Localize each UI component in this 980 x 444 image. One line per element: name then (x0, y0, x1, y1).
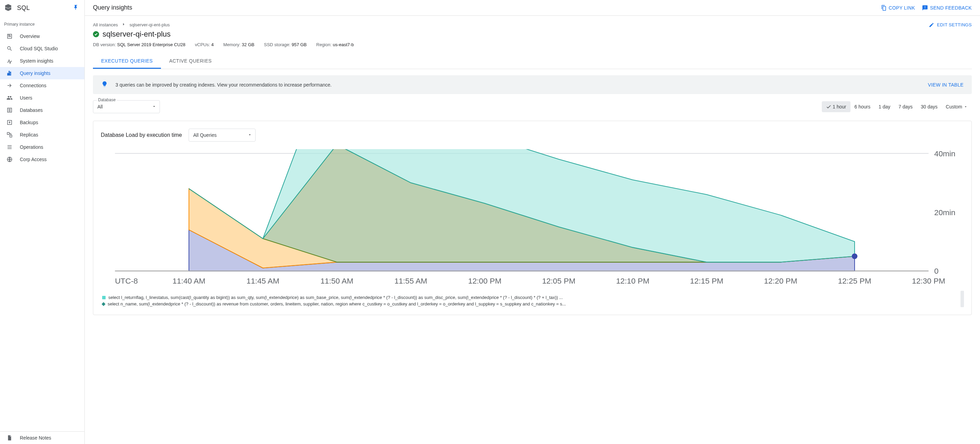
meta-label: SSD storage: (264, 42, 290, 47)
time-option-30-days[interactable]: 30 days (917, 101, 942, 112)
svg-rect-3 (10, 135, 12, 137)
legend-swatch-icon (102, 296, 106, 299)
database-select-value: All (97, 104, 103, 109)
tab-executed-queries[interactable]: EXECUTED QUERIES (93, 54, 161, 69)
sidebar-item-release-notes[interactable]: Release Notes (0, 432, 84, 444)
meta-label: Region: (317, 42, 332, 47)
tab-active-queries[interactable]: ACTIVE QUERIES (161, 54, 220, 69)
database-select[interactable]: Database All (93, 100, 160, 113)
document-icon (6, 434, 13, 441)
legend-scrollbar[interactable] (961, 291, 964, 307)
chart-svg: 020min40minUTC-811:40 AM11:45 AM11:50 AM… (101, 149, 964, 291)
svg-text:12:15 PM: 12:15 PM (690, 276, 723, 285)
sidebar-nav: OverviewCloud SQL StudioSystem insightsQ… (0, 30, 84, 431)
legend-item[interactable]: select l_returnflag, l_linestatus, sum(c… (101, 294, 957, 301)
sidebar-item-label: Corp Access (20, 157, 47, 162)
svg-text:12:05 PM: 12:05 PM (542, 276, 575, 285)
svg-text:0: 0 (934, 267, 939, 275)
time-option-label: 6 hours (854, 104, 871, 109)
meta-label: DB version: (93, 42, 116, 47)
sidebar-item-replicas[interactable]: Replicas (0, 129, 84, 141)
sidebar-item-label: Replicas (20, 132, 38, 137)
meta-label: vCPUs: (195, 42, 210, 47)
legend-label: select n_name, sum(l_extendedprice * (? … (108, 301, 957, 307)
sidebar-item-label: Databases (20, 107, 43, 113)
corp-icon (6, 156, 13, 163)
chevron-right-icon (121, 22, 126, 28)
topbar: Query insights COPY LINK SEND FEEDBACK (85, 0, 980, 16)
sidebar-item-label: Overview (20, 34, 40, 39)
legend-item[interactable]: select n_name, sum(l_extendedprice * (? … (101, 301, 957, 307)
sidebar-item-databases[interactable]: Databases (0, 104, 84, 116)
system-icon (6, 57, 13, 64)
time-option-label: Custom (946, 104, 962, 109)
time-option-6-hours[interactable]: 6 hours (851, 101, 875, 112)
meta-value: 32 GB (242, 42, 255, 47)
view-in-table-button[interactable]: VIEW IN TABLE (928, 82, 964, 88)
legend-wrap: select l_returnflag, l_linestatus, sum(c… (101, 291, 964, 307)
send-feedback-button[interactable]: SEND FEEDBACK (922, 5, 972, 11)
svg-text:11:50 AM: 11:50 AM (320, 276, 353, 285)
copy-link-button[interactable]: COPY LINK (881, 5, 915, 11)
sidebar-item-label: Users (20, 95, 32, 101)
connect-icon (6, 82, 13, 89)
breadcrumb-row: All instances sqlserver-qi-ent-plus EDIT… (93, 22, 972, 28)
ops-icon (6, 144, 13, 150)
caret-down-icon (152, 104, 156, 109)
recommendation-banner: 3 queries can be improved by creating in… (93, 75, 972, 94)
send-feedback-label: SEND FEEDBACK (930, 5, 972, 11)
sidebar-item-overview[interactable]: Overview (0, 30, 84, 42)
time-option-1-day[interactable]: 1 day (874, 101, 894, 112)
time-option-label: 1 hour (833, 104, 846, 109)
product-logo-icon (4, 3, 12, 13)
sidebar-item-cloud-sql-studio[interactable]: Cloud SQL Studio (0, 42, 84, 55)
svg-text:11:55 AM: 11:55 AM (395, 276, 427, 285)
time-option-1-hour[interactable]: 1 hour (822, 101, 851, 112)
sidebar-item-label: Release Notes (20, 435, 51, 441)
svg-text:12:00 PM: 12:00 PM (468, 276, 501, 285)
pin-icon[interactable] (73, 5, 79, 12)
database-select-label: Database (97, 97, 117, 102)
instance-name: sqlserver-qi-ent-plus (102, 30, 170, 39)
sidebar-item-backups[interactable]: Backups (0, 116, 84, 129)
svg-rect-2 (7, 133, 9, 134)
svg-text:11:40 AM: 11:40 AM (173, 276, 205, 285)
banner-text: 3 queries can be improved by creating in… (116, 82, 920, 88)
time-option-label: 30 days (921, 104, 938, 109)
sidebar-item-operations[interactable]: Operations (0, 141, 84, 153)
svg-text:UTC-8: UTC-8 (115, 276, 138, 285)
query-filter-value: All Queries (193, 133, 216, 138)
query-filter-select[interactable]: All Queries (189, 129, 256, 142)
sidebar-item-system-insights[interactable]: System insights (0, 55, 84, 67)
instance-heading: sqlserver-qi-ent-plus (93, 30, 972, 39)
svg-text:20min: 20min (934, 208, 955, 217)
breadcrumb-current: sqlserver-qi-ent-plus (129, 22, 170, 27)
svg-text:12:20 PM: 12:20 PM (764, 276, 797, 285)
time-option-7-days[interactable]: 7 days (894, 101, 916, 112)
sidebar-item-users[interactable]: Users (0, 92, 84, 104)
breadcrumb-root[interactable]: All instances (93, 22, 118, 27)
search-icon (6, 45, 13, 52)
sidebar-item-label: Query insights (20, 70, 50, 76)
query-icon (6, 70, 13, 77)
sidebar-item-label: System insights (20, 58, 53, 64)
sidebar-item-query-insights[interactable]: Query insights (0, 67, 84, 79)
time-option-custom[interactable]: Custom (942, 101, 972, 112)
sidebar-item-corp-access[interactable]: Corp Access (0, 153, 84, 166)
sidebar-header: SQL (0, 0, 84, 16)
time-option-label: 1 day (878, 104, 890, 109)
edit-settings-button[interactable]: EDIT SETTINGS (929, 22, 972, 28)
legend-swatch-icon (102, 302, 105, 306)
sidebar-item-label: Operations (20, 144, 43, 150)
overview-icon (6, 33, 13, 40)
svg-text:12:10 PM: 12:10 PM (616, 276, 649, 285)
meta-value: 4 (211, 42, 213, 47)
chart-area[interactable]: 020min40minUTC-811:40 AM11:45 AM11:50 AM… (101, 149, 964, 291)
instance-meta: DB version: SQL Server 2019 Enterprise C… (93, 42, 972, 47)
meta-label: Memory: (223, 42, 240, 47)
product-title: SQL (17, 5, 73, 12)
svg-text:40min: 40min (934, 149, 955, 158)
sidebar-item-connections[interactable]: Connections (0, 79, 84, 92)
page-title: Query insights (93, 4, 874, 11)
copy-link-label: COPY LINK (889, 5, 915, 11)
